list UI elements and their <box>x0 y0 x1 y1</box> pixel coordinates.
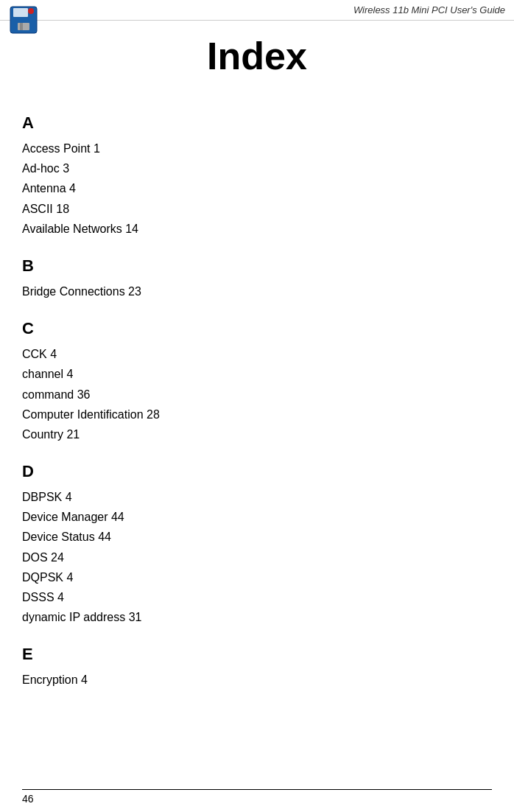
index-entry: DBPSK 4 <box>22 487 492 507</box>
section-letter-e: E <box>22 645 492 664</box>
section-letter-d: D <box>22 462 492 481</box>
page-header: Wireless 11b Mini PCI User's Guide <box>0 0 514 21</box>
index-entry: DQPSK 4 <box>22 567 492 587</box>
index-entry: DOS 24 <box>22 547 492 567</box>
page-title: Index <box>0 21 514 96</box>
index-entry: Bridge Connections 23 <box>22 281 492 301</box>
index-entry: CCK 4 <box>22 344 492 364</box>
index-entry: Country 21 <box>22 424 492 444</box>
index-entry: Ad-hoc 3 <box>22 158 492 178</box>
svg-rect-3 <box>20 23 23 30</box>
index-entry: Device Status 44 <box>22 527 492 547</box>
footer-page-number: 46 <box>22 793 34 805</box>
index-entry: Device Manager 44 <box>22 507 492 527</box>
logo-icon <box>7 4 40 39</box>
index-content: AAccess Point 1Ad-hoc 3Antenna 4ASCII 18… <box>0 113 514 713</box>
section-letter-a: A <box>22 113 492 133</box>
index-entry: Computer Identification 28 <box>22 405 492 424</box>
index-entry: DSSS 4 <box>22 587 492 607</box>
svg-rect-2 <box>18 23 29 30</box>
page-footer: 46 <box>22 789 492 805</box>
index-entry: command 36 <box>22 385 492 405</box>
index-entry: channel 4 <box>22 364 492 384</box>
section-letter-c: C <box>22 319 492 338</box>
header-title: Wireless 11b Mini PCI User's Guide <box>353 4 505 15</box>
index-entry: ASCII 18 <box>22 199 492 219</box>
section-letter-b: B <box>22 256 492 276</box>
index-entry: dynamic IP address 31 <box>22 607 492 627</box>
svg-point-4 <box>28 8 34 14</box>
index-entry: Access Point 1 <box>22 139 492 158</box>
svg-rect-1 <box>13 8 28 17</box>
index-entry: Antenna 4 <box>22 178 492 198</box>
index-entry: Encryption 4 <box>22 670 492 690</box>
index-entry: Available Networks 14 <box>22 219 492 239</box>
